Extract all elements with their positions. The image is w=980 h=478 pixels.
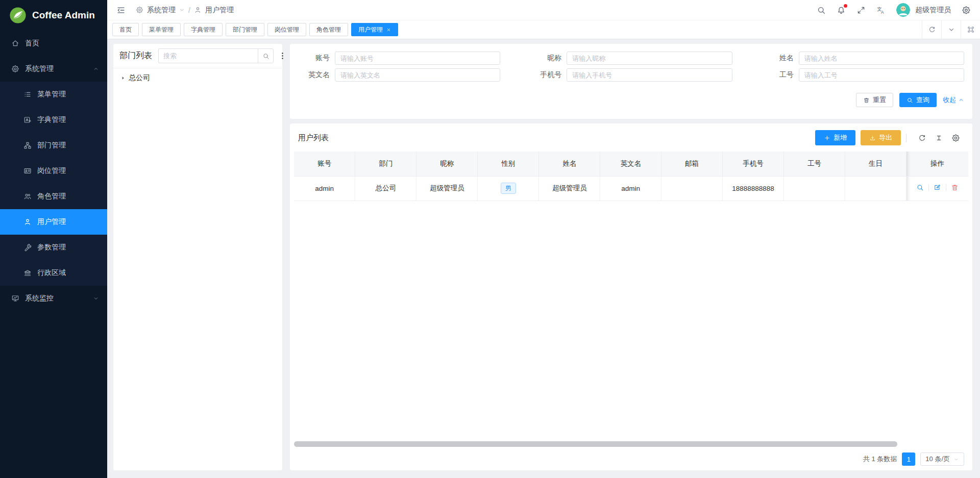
monitor-icon: [11, 294, 19, 303]
app-root: Coffee Admin 首页 系统管理 菜单管理 字典管理: [0, 0, 980, 478]
cell-account: admin: [294, 176, 355, 200]
settings-button[interactable]: [962, 6, 971, 15]
sidebar-item-label: 用户管理: [37, 217, 66, 227]
pagination-bar: 共 1 条数据 1 10 条/页: [290, 450, 972, 470]
sidebar-item-admin-region[interactable]: 行政区域: [0, 260, 107, 286]
menu-fold-icon: [116, 6, 126, 15]
tab-label: 部门管理: [233, 26, 257, 34]
magnifier-icon: [916, 184, 924, 191]
field-label: 工号: [754, 70, 799, 80]
refresh-icon: [928, 26, 936, 34]
language-button[interactable]: [876, 6, 886, 15]
tab-menu-management[interactable]: 菜单管理: [142, 23, 181, 36]
sidebar-item-home[interactable]: 首页: [0, 31, 107, 56]
tab-dict-management[interactable]: 字典管理: [184, 23, 223, 36]
dictionary-icon: [23, 116, 32, 124]
sidebar-item-system-management[interactable]: 系统管理: [0, 56, 107, 82]
global-search-button[interactable]: [817, 6, 826, 15]
sidebar-item-param-management[interactable]: 参数管理: [0, 235, 107, 260]
avatar-image: [896, 3, 910, 17]
sidebar-item-label: 系统管理: [25, 64, 54, 73]
row-height-icon: [935, 134, 943, 142]
page-number-button[interactable]: 1: [902, 452, 915, 466]
sidebar-item-label: 岗位管理: [37, 166, 66, 175]
department-search-input[interactable]: [158, 48, 258, 63]
tab-role-management[interactable]: 角色管理: [309, 23, 348, 36]
tree-node-head-office[interactable]: 总公司: [113, 68, 282, 88]
reset-button[interactable]: 重置: [856, 93, 893, 107]
sidebar-item-dept-management[interactable]: 部门管理: [0, 133, 107, 158]
col-actions: 操作: [906, 152, 968, 176]
brand[interactable]: Coffee Admin: [0, 0, 107, 31]
sidebar-item-user-management[interactable]: 用户管理: [0, 209, 107, 235]
filter-panel: 账号 昵称 姓名 英文名: [290, 44, 972, 119]
work-no-input[interactable]: [799, 68, 964, 82]
english-name-input[interactable]: [335, 68, 500, 82]
tab-label: 用户管理: [358, 26, 383, 34]
sidebar-item-system-monitor[interactable]: 系统监控: [0, 286, 107, 311]
user-list-actions: 新增 导出: [815, 130, 964, 145]
tab-user-management[interactable]: 用户管理: [351, 23, 398, 36]
table-row[interactable]: admin 总公司 超级管理员 男 超级管理员 admin 1888888888…: [294, 176, 968, 200]
user-list-header: 用户列表 新增 导出: [290, 123, 972, 152]
view-row-button[interactable]: [916, 184, 924, 191]
export-button[interactable]: 导出: [861, 130, 901, 145]
user-name[interactable]: 超级管理员: [915, 6, 951, 15]
refresh-table-button[interactable]: [918, 134, 926, 142]
scrollbar-thumb[interactable]: [294, 441, 897, 447]
tab-dept-management[interactable]: 部门管理: [226, 23, 264, 36]
filter-field-name: 姓名: [754, 52, 964, 65]
caret-right-icon[interactable]: [120, 76, 126, 81]
department-search-button[interactable]: [258, 48, 274, 63]
sidebar-menu: 首页 系统管理 菜单管理 字典管理 部门管理: [0, 31, 107, 311]
name-input[interactable]: [799, 52, 964, 65]
sidebar-item-label: 角色管理: [37, 192, 66, 201]
gender-tag: 男: [501, 183, 516, 194]
field-label: 手机号: [522, 70, 567, 80]
brand-name: Coffee Admin: [32, 10, 95, 21]
add-user-button[interactable]: 新增: [815, 130, 855, 145]
row-height-button[interactable]: [935, 134, 943, 142]
close-icon[interactable]: [386, 28, 391, 32]
action-divider: [928, 184, 929, 191]
query-button-label: 查询: [916, 95, 929, 105]
tab-home[interactable]: 首页: [112, 23, 139, 36]
user-avatar[interactable]: [896, 3, 910, 17]
tab-options-button[interactable]: [941, 20, 961, 39]
fullscreen-icon: [856, 6, 866, 15]
column-settings-button[interactable]: [951, 134, 960, 142]
col-english-name: 英文名: [600, 152, 662, 176]
breadcrumb-item[interactable]: 系统管理: [147, 6, 176, 15]
collapse-filter-link[interactable]: 收起: [943, 95, 964, 105]
refresh-tab-button[interactable]: [922, 20, 941, 39]
content-fullscreen-button[interactable]: [961, 20, 980, 39]
gear-icon: [962, 6, 971, 15]
nickname-input[interactable]: [567, 52, 732, 65]
breadcrumb: 系统管理 / 用户管理: [136, 6, 234, 15]
phone-input[interactable]: [567, 68, 732, 82]
plus-icon: [824, 135, 830, 141]
delete-row-button[interactable]: [951, 184, 959, 191]
cell-nickname: 超级管理员: [416, 176, 478, 200]
sidebar-item-post-management[interactable]: 岗位管理: [0, 158, 107, 184]
cell-department: 总公司: [355, 176, 416, 200]
user-list-panel: 用户列表 新增 导出: [290, 123, 972, 470]
page-size-select[interactable]: 10 条/页: [920, 452, 964, 466]
sidebar-item-role-management[interactable]: 角色管理: [0, 184, 107, 209]
sidebar-item-menu-management[interactable]: 菜单管理: [0, 82, 107, 107]
wrench-icon: [23, 243, 32, 251]
tab-post-management[interactable]: 岗位管理: [267, 23, 306, 36]
fullscreen-button[interactable]: [856, 6, 866, 15]
notifications-button[interactable]: [837, 6, 846, 15]
collapse-sidebar-button[interactable]: [116, 6, 126, 15]
department-more-button[interactable]: [278, 52, 287, 60]
refresh-icon: [918, 134, 926, 142]
account-input[interactable]: [335, 52, 500, 65]
col-name: 姓名: [539, 152, 600, 176]
sidebar-item-dict-management[interactable]: 字典管理: [0, 107, 107, 133]
home-icon: [11, 39, 19, 47]
chevron-down-icon: [93, 295, 99, 301]
edit-row-button[interactable]: [934, 184, 941, 191]
col-email: 邮箱: [662, 152, 723, 176]
query-button[interactable]: 查询: [899, 93, 937, 107]
